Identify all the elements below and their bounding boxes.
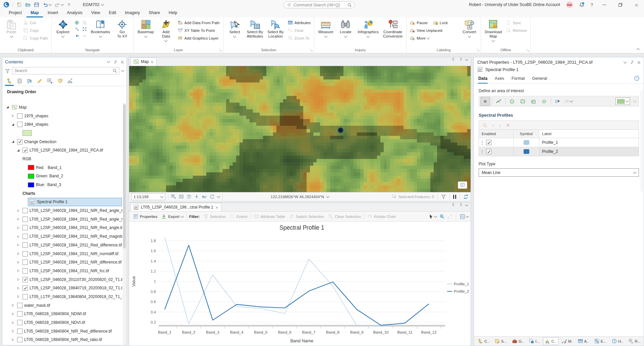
profile-enabled-checkbox[interactable] <box>486 140 491 145</box>
layer-item[interactable]: LT05_046028_19840804_NDWI.tif <box>2 310 122 319</box>
remove-button[interactable]: Remove <box>504 27 528 34</box>
aoi-line-tool[interactable] <box>494 97 503 106</box>
delete-profile-icon[interactable] <box>506 123 510 127</box>
layer-item[interactable]: Blue: Band_3 <box>2 180 122 189</box>
refresh-icon[interactable] <box>463 194 469 199</box>
expander-icon[interactable] <box>16 261 21 264</box>
locate-button[interactable]: Locate <box>336 18 355 47</box>
more-labeling-button[interactable]: More <box>409 35 459 42</box>
next-extent-icon[interactable] <box>82 34 87 38</box>
contents-scrollbar[interactable] <box>123 103 126 345</box>
ribbon-tab-project[interactable]: Project <box>5 9 26 17</box>
export-button[interactable]: Export <box>159 213 185 220</box>
layer-checkbox[interactable] <box>22 208 28 213</box>
explore-button[interactable]: Explore <box>54 18 72 47</box>
customize-toolbar-icon[interactable] <box>67 2 71 7</box>
add-data-button[interactable]: Add Data <box>157 18 175 47</box>
layer-item[interactable]: water_mask.tif <box>2 301 122 310</box>
aoi-color-picker[interactable] <box>615 98 630 105</box>
save-project-icon[interactable] <box>34 2 39 7</box>
close-contents-icon[interactable] <box>121 60 124 63</box>
bottom-tab-modify[interactable]: M. <box>560 337 575 345</box>
expander-icon[interactable] <box>16 269 21 272</box>
chart-tab[interactable]: LT05_L2SP_046028_198...ctral Profile 1 <box>130 203 221 211</box>
expander-icon[interactable] <box>10 140 15 143</box>
ribbon-tab-view[interactable]: View <box>87 9 104 17</box>
layer-dialog-launcher-icon[interactable] <box>219 49 222 52</box>
profile-symbol-swatch[interactable] <box>524 149 529 154</box>
spectral-profile-chart[interactable]: 0.20.40.60.811.21.41.61.8Band_1Band_2Ban… <box>129 222 471 346</box>
list-by-perspective-button[interactable] <box>65 77 74 86</box>
xy-table-to-point-button[interactable]: XYXY Table To Point <box>176 27 221 34</box>
bookmarks-button[interactable]: Bookmarks <box>89 18 112 47</box>
select-button[interactable]: Select <box>225 18 244 47</box>
ribbon-tab-edit[interactable]: Edit <box>105 9 120 17</box>
list-by-editing-button[interactable] <box>35 77 44 86</box>
account-name[interactable]: Robert - University of Ulster ScoBE Onli… <box>469 2 560 7</box>
legend-swatch[interactable] <box>22 130 32 136</box>
layer-item[interactable]: LT05_L2SP_046028_1984_2011_NIR_Red_angle… <box>2 206 122 215</box>
zoom-to-selection-button[interactable]: Zoom To <box>286 35 312 42</box>
transparency-slider-icon[interactable] <box>194 194 199 199</box>
status-more-icon[interactable] <box>217 194 220 198</box>
layer-checkbox[interactable] <box>17 329 22 334</box>
close-map-tab-icon[interactable] <box>151 60 153 63</box>
layer-item[interactable]: LT05_L2SP_046028_1984_2011_NIR_differenc… <box>2 258 122 267</box>
expander-icon[interactable] <box>10 304 15 307</box>
layer-checkbox[interactable] <box>22 294 28 299</box>
sync-button[interactable]: Sync <box>504 19 528 26</box>
full-extent-icon[interactable] <box>74 20 79 25</box>
layer-item[interactable]: LT05_L1TP_046028_19840804_20200918_02_T1… <box>2 292 122 301</box>
aoi-lasso-tool[interactable] <box>539 97 549 106</box>
bottom-tab-geoproc[interactable]: G.. <box>510 337 526 345</box>
convert-labels-button[interactable]: A Convert <box>460 18 479 47</box>
profile-symbol-swatch[interactable] <box>524 140 529 145</box>
layer-item[interactable]: LT05_L2SP_046028_1984_2011_NIR_normdiff.… <box>2 249 122 258</box>
ribbon-tab-analysis[interactable]: Analysis <box>63 9 87 17</box>
redo-button[interactable] <box>55 2 63 7</box>
attributes-button[interactable]: Attributes <box>286 19 312 26</box>
ribbon-tab-share[interactable]: Share <box>145 9 164 17</box>
prev-tab-icon[interactable] <box>452 203 456 207</box>
fixed-zoom-out-icon[interactable] <box>82 27 87 32</box>
layer-checkbox[interactable] <box>17 139 22 145</box>
layer-checkbox[interactable] <box>22 225 28 230</box>
aoi-select-tool-disabled[interactable] <box>564 97 573 106</box>
layer-item[interactable]: LT05_L2SP_046028_1984_2011_NIR_Red_magni… <box>2 232 122 241</box>
expander-icon[interactable] <box>16 149 21 152</box>
selection-dialog-launcher-icon[interactable] <box>310 49 313 52</box>
attribute-table-button[interactable]: Attribute Table <box>252 213 287 220</box>
list-by-data-source-button[interactable] <box>15 77 24 86</box>
layer-checkbox[interactable] <box>17 337 22 342</box>
bottom-tab-symbology[interactable]: S... <box>493 337 509 345</box>
expander-icon[interactable] <box>10 321 15 324</box>
next-tab-icon[interactable] <box>459 58 462 61</box>
zoom-to-selection-icon[interactable] <box>82 20 87 25</box>
layer-item[interactable]: Map <box>2 103 122 112</box>
project-name-menu[interactable]: EGM702 <box>83 2 104 7</box>
tab-format[interactable]: Format <box>511 75 525 83</box>
ribbon-tab-help[interactable]: Help <box>165 9 181 17</box>
close-window-button[interactable] <box>631 0 641 9</box>
ribbon-tab-insert[interactable]: Insert <box>44 9 62 17</box>
layer-checkbox[interactable] <box>22 285 28 291</box>
layer-item[interactable]: LT05_046028_19840804_NIR_Red_ratio.tif <box>2 336 122 344</box>
aoi-more-icon[interactable] <box>633 99 637 103</box>
help-icon[interactable]: ? <box>634 75 640 81</box>
expander-icon[interactable] <box>16 218 21 221</box>
layer-item[interactable]: LT05_046028_19840804_NIR_Red_difference.… <box>2 327 122 336</box>
close-chart-tab-icon[interactable] <box>216 206 218 208</box>
open-table-icon[interactable] <box>179 194 184 199</box>
layer-item[interactable]: 1984_shapes <box>2 120 122 129</box>
close-panel-icon[interactable] <box>637 61 640 64</box>
search-options-icon[interactable] <box>121 69 124 72</box>
tab-data[interactable]: Data <box>478 75 488 83</box>
layer-item[interactable]: Change Detection <box>2 137 122 146</box>
help-icon[interactable]: ? <box>591 2 593 7</box>
contents-menu-icon[interactable] <box>107 60 110 63</box>
layer-item[interactable]: LT05_L2SP_046028_1984_2011_NIR_Red_angle… <box>2 215 122 224</box>
tab-list-icon[interactable] <box>465 203 469 207</box>
tab-list-icon[interactable] <box>465 58 469 61</box>
map-coordinates[interactable]: 122.2198826°W 46.2824404°N <box>271 195 329 199</box>
profile-row[interactable]: Profile_1 <box>479 138 639 147</box>
